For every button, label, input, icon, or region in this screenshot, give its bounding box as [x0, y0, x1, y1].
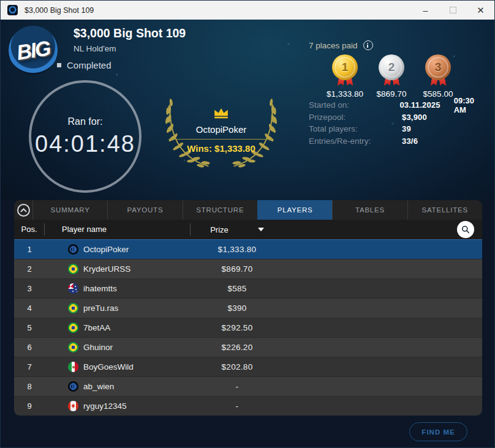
tab-summary[interactable]: SUMMARY [32, 200, 107, 220]
tournament-stats: Started on: 03.11.2025 09:30 AM Prizepoo… [309, 99, 488, 147]
table-row[interactable]: 9 ryguy12345 - [14, 396, 482, 416]
table-row[interactable]: 5 7betAA $292.50 [14, 318, 482, 337]
player-name: preTu.ras [83, 304, 118, 313]
position-cell: 3 [14, 284, 45, 293]
find-me-button[interactable]: FIND ME [409, 422, 467, 441]
chevron-up-icon [17, 204, 30, 217]
player-name: ihatemtts [83, 284, 117, 293]
player-name: BoyGoesWild [83, 362, 134, 371]
stat-row: Total players: 39 [309, 123, 488, 135]
position-cell: 1 [14, 245, 45, 254]
medal-amount: $1,333.80 [327, 89, 363, 99]
player-name: OctopiPoker [83, 245, 129, 254]
stat-label: Entries/Re-entry: [309, 136, 402, 146]
tab-tables[interactable]: TABLES [332, 200, 407, 220]
player-name: KryderURSS [83, 264, 130, 274]
prize-cell: $292.50 [191, 323, 284, 332]
status-badge: Completed [57, 60, 111, 70]
position-cell: 5 [14, 323, 45, 332]
crown-icon [213, 107, 229, 119]
stat-value: 39 [402, 124, 411, 133]
player-name: 7betAA [83, 323, 110, 332]
winner-name: OctopiPoker [196, 124, 247, 135]
prize-cell: $202.80 [191, 362, 284, 371]
position-cell: 7 [14, 362, 45, 371]
stat-value: 33/6 [402, 136, 418, 146]
bronze-medal-icon: 3 $585.00 [415, 54, 461, 99]
titlebar: $3,000 Big Shot 109 – ✕ [1, 1, 494, 20]
player-cell: BoyGoesWild [45, 362, 191, 372]
table-row[interactable]: 7 BoyGoesWild $202.80 [14, 357, 482, 376]
site-avatar-icon [68, 381, 78, 392]
position-cell: 6 [14, 343, 45, 352]
tab-players[interactable]: PLAYERS [257, 200, 332, 220]
position-cell: 8 [14, 382, 45, 391]
column-player-name: Player name [45, 223, 191, 236]
player-cell: 7betAA [45, 323, 191, 333]
player-cell: preTu.ras [45, 303, 191, 313]
prize-cell: $585 [191, 284, 284, 293]
table-row[interactable]: 2 KryderURSS $869.70 [14, 259, 482, 278]
table-row[interactable]: 3 ihatemtts $585 [14, 278, 482, 298]
column-prize[interactable]: Prize [191, 225, 284, 234]
tournament-title: $3,000 Big Shot 109 [74, 26, 186, 40]
tournament-window: $3,000 Big Shot 109 – ✕ BIG $3,000 Big S… [0, 0, 495, 448]
canada-flag-icon [68, 401, 78, 411]
brazil-flag-icon [68, 303, 78, 313]
game-type: NL Hold'em [74, 44, 116, 53]
stat-label: Prizepool: [309, 113, 402, 122]
table-row[interactable]: 4 preTu.ras $390 [14, 298, 482, 318]
app-icon [7, 5, 18, 15]
maximize-button[interactable] [439, 1, 467, 20]
position-cell: 4 [14, 304, 45, 313]
status-square-icon [57, 63, 61, 67]
gold-medal-icon: 1 $1,333.80 [322, 54, 368, 99]
silver-medal-icon: 2 $869.70 [368, 54, 415, 99]
minimize-button[interactable]: – [412, 1, 439, 20]
big-logo: BIG [9, 26, 58, 75]
medals-row: 1 $1,333.80 2 $869.70 3 $585.00 [322, 54, 461, 99]
tab-structure[interactable]: STRUCTURE [183, 200, 257, 220]
prize-cell: $226.20 [191, 343, 284, 352]
medal-amount: $585.00 [423, 89, 453, 99]
player-cell: ryguy12345 [45, 401, 191, 411]
player-cell: Ghuinor [45, 342, 191, 353]
window-title: $3,000 Big Shot 109 [25, 6, 412, 15]
player-cell: OctopiPoker [45, 244, 191, 255]
position-cell: 2 [14, 264, 45, 274]
prize-cell: $1,333.80 [191, 245, 284, 254]
tab-satellites[interactable]: SATELLITES [407, 200, 482, 220]
prize-cell: - [191, 382, 284, 391]
australia-flag-icon [68, 283, 78, 294]
table-row[interactable]: 8 ab_wien - [14, 376, 482, 396]
search-icon [461, 225, 470, 234]
player-cell: ab_wien [45, 381, 191, 392]
stat-label: Total players: [309, 124, 402, 133]
tab-payouts[interactable]: PAYOUTS [107, 200, 182, 220]
winner-prize: Wins: $1,333.80 [187, 143, 255, 154]
player-cell: ihatemtts [45, 283, 191, 294]
medal-rank: 3 [425, 54, 451, 80]
player-cell: KryderURSS [45, 264, 191, 274]
stat-value: 03.11.2025 [399, 100, 440, 110]
table-row[interactable]: 6 Ghuinor $226.20 [14, 337, 482, 357]
table-row[interactable]: 1 OctopiPoker $1,333.80 [14, 239, 482, 259]
close-button[interactable]: ✕ [467, 1, 494, 20]
maximize-icon [450, 7, 456, 13]
player-name: ab_wien [83, 382, 114, 391]
brazil-flag-icon [68, 323, 78, 333]
site-avatar-icon [68, 244, 78, 255]
winner-divider [168, 139, 274, 140]
stat-label: Started on: [309, 100, 399, 110]
player-name: Ghuinor [83, 343, 113, 352]
brazil-flag-icon [68, 342, 78, 353]
players-table: 1 OctopiPoker $1,333.80 2 KryderURSS $86… [14, 239, 482, 416]
brazil-flag-icon [68, 264, 78, 274]
stat-value: $3,900 [402, 113, 427, 122]
tournament-header: BIG $3,000 Big Shot 109 NL Hold'em Compl… [1, 20, 494, 200]
medal-rank: 1 [332, 54, 358, 80]
search-button[interactable] [457, 221, 474, 238]
prize-cell: $869.70 [191, 264, 284, 274]
collapse-button[interactable] [14, 200, 32, 220]
info-icon[interactable] [363, 40, 373, 50]
